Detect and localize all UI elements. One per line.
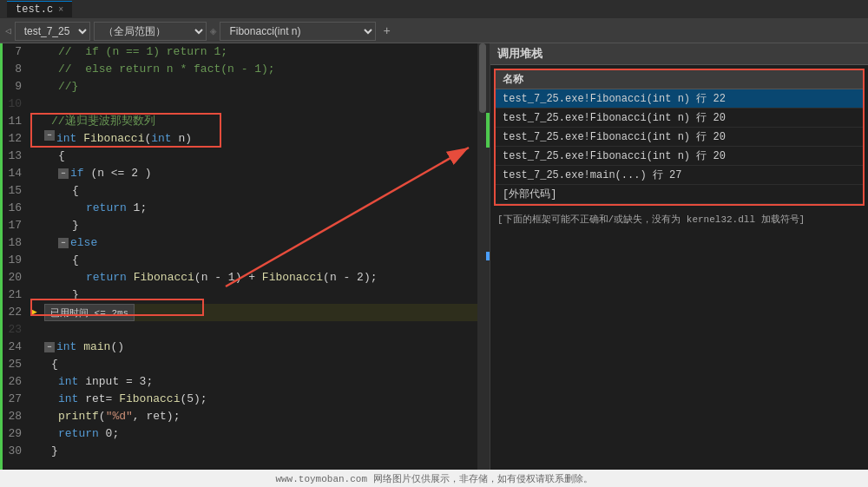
code-line-25: { [44,356,477,373]
code-line-15: { [44,182,477,200]
call-stack-entry-0: test_7_25.exe!Fibonacci(int n) 行 22 [496,89,863,109]
code-line-23 [44,321,477,339]
expand-icon[interactable]: + [383,24,390,38]
file-selector[interactable]: test_7_25 [15,22,90,41]
code-line-8: // else return n * fact(n - 1); [44,61,477,78]
code-line-13: { [44,148,477,165]
code-text: // if (n == 1) return 1; // else return … [41,43,477,470]
code-line-24: −int main() [44,339,477,356]
code-line-19: { [44,252,477,269]
call-stack-row-0[interactable]: test_7_25.exe!Fibonacci(int n) 行 22 [496,89,863,109]
scrollbar[interactable] [477,43,490,470]
code-line-18: −else [44,234,477,252]
call-stack-entry-3: test_7_25.exe!Fibonacci(int n) 行 20 [496,147,863,166]
code-line-27: int ret= Fibonacci(5); [44,391,477,408]
blue-scroll-marker [486,252,490,260]
call-stack-entry-1: test_7_25.exe!Fibonacci(int n) 行 20 [496,109,863,128]
arrow-column: ▶ [27,43,41,470]
panel-header: 调用堆栈 [490,43,868,65]
title-bar: test.c × [0,0,868,19]
function-selector[interactable]: Fibonacci(int n) [220,22,376,41]
code-line-17: } [44,217,477,234]
scope-selector[interactable]: （全局范围） [94,22,207,41]
line-numbers: 7 8 9 10 11 12 13 14 15 16 17 18 19 20 [3,43,27,470]
call-stack-container: 名称 test_7_25.exe!Fibonacci(int n) 行 22 t… [494,69,865,206]
code-line-28: printf("%d", ret); [44,408,477,425]
panel-title: 调用堆栈 [497,46,542,62]
code-line-26: int input = 3; [44,373,477,391]
code-editor[interactable]: 7 8 9 10 11 12 13 14 15 16 17 18 19 20 [3,43,490,470]
code-line-21: } [44,286,477,304]
code-line-12: −int Fibonacci(int n) [44,130,477,148]
code-line-11: //递归斐波那契数列 [44,113,477,130]
code-line-29: return 0; [44,425,477,443]
code-line-30: } [44,443,477,460]
code-line-22: 已用时间 <= 2ms [44,304,477,321]
call-stack-warning: [下面的框架可能不正确和/或缺失，没有为 kernel32.dll 加载符号] [490,209,868,229]
code-line-20: return Fibonacci(n - 1) + Fibonacci(n - … [44,269,477,286]
code-line-7: // if (n == 1) return 1; [44,43,477,61]
code-line-9: //} [44,78,477,95]
call-stack-row-4[interactable]: test_7_25.exe!main(...) 行 27 [496,166,863,185]
file-tab-label: test.c [16,3,53,16]
code-line-10 [44,95,477,113]
toolbar-divider: ◈ [210,24,217,38]
call-stack-entry-5: [外部代码] [496,185,863,204]
toolbar: ◁ test_7_25 （全局范围） ◈ Fibonacci(int n) + [0,19,868,43]
call-stack-row-1[interactable]: test_7_25.exe!Fibonacci(int n) 行 20 [496,109,863,128]
call-stack-column-header: 名称 [496,70,863,89]
call-stack-panel: 调用堆栈 名称 test_7_25.exe!Fibonacci(int n) 行… [490,43,868,470]
code-line-16: return 1; [44,200,477,217]
call-stack-row-3[interactable]: test_7_25.exe!Fibonacci(int n) 行 20 [496,147,863,166]
scrollbar-thumb[interactable] [479,43,486,113]
call-stack-entry-4: test_7_25.exe!main(...) 行 27 [496,166,863,185]
file-tab[interactable]: test.c × [7,1,72,17]
call-stack-table: 名称 test_7_25.exe!Fibonacci(int n) 行 22 t… [496,70,863,204]
code-line-14: −if (n <= 2 ) [44,165,477,182]
call-stack-row-2[interactable]: test_7_25.exe!Fibonacci(int n) 行 20 [496,128,863,147]
watermark-text: www.toymoban.com 网络图片仅供展示，非存储，如有侵权请联系删除。 [275,472,592,485]
call-stack-entry-2: test_7_25.exe!Fibonacci(int n) 行 20 [496,128,863,147]
toolbar-icon-arrow: ◁ [5,25,11,36]
green-scroll-marker-1 [486,113,490,148]
call-stack-row-5[interactable]: [外部代码] [496,185,863,204]
close-tab-button[interactable]: × [58,5,63,15]
